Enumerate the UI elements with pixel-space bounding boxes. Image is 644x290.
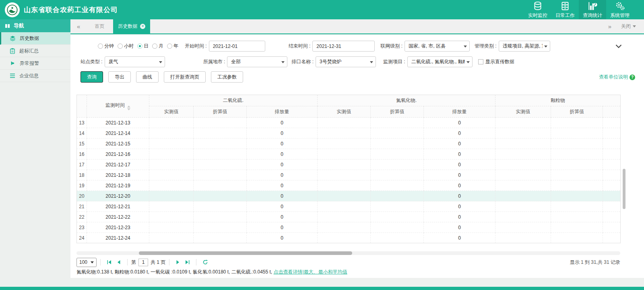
table-header: 监测时间 二氧化硫. 氮氧化物. 颗粒物 实测值 折算值 排放量 实测值 折算值… (77, 95, 621, 118)
open-new-query-button[interactable]: 打开新查询页 (164, 71, 206, 83)
start-time-input[interactable] (209, 41, 265, 52)
start-time-label: 开始时间 : (185, 43, 207, 50)
condition-params-button[interactable]: 工况参数 (211, 71, 243, 83)
nav-system-management[interactable]: 系统管理 (606, 0, 634, 20)
data-cell (495, 118, 551, 128)
data-cell (495, 170, 551, 180)
data-cell (551, 233, 603, 243)
table-row[interactable]: 152021-12-1500 (77, 139, 621, 149)
table-row[interactable]: 242021-12-2400 (77, 233, 621, 243)
table-row[interactable]: 222021-12-2200 (77, 212, 621, 222)
data-cell (603, 233, 621, 243)
sort-icon[interactable] (127, 106, 130, 110)
data-cell: 0 (247, 160, 318, 170)
monitor-time-header[interactable]: 监测时间 (87, 95, 149, 118)
export-button[interactable]: 导出 (108, 71, 131, 83)
monitor-items-select[interactable]: 二氧化硫., 氮氧化物., 颗粒 (407, 56, 473, 67)
prev-page-button[interactable] (114, 260, 124, 265)
close-menu-dropdown[interactable]: 关闭 (621, 23, 636, 30)
direct-data-checkbox[interactable] (478, 59, 483, 64)
data-cell (194, 222, 247, 233)
page-prefix: 第 (131, 259, 136, 266)
data-cell (194, 139, 247, 149)
radio-day[interactable]: 日 (137, 43, 149, 50)
data-cell: 0 (247, 233, 318, 243)
table-row[interactable]: 232021-12-2300 (77, 222, 621, 233)
tab-history-data[interactable]: 历史数据 ✕ (113, 19, 150, 33)
refresh-button[interactable] (200, 259, 211, 265)
data-cell (551, 128, 603, 139)
scroll-tabs-left-icon[interactable]: « (77, 23, 79, 30)
radio-hour[interactable]: 小时 (118, 43, 134, 50)
data-cell: 0 (424, 212, 495, 222)
detail-link[interactable]: 点击查看详情|最大、最小和平均值 (274, 269, 347, 275)
action-buttons: 查询 导出 曲线 打开新查询页 工况参数 (80, 71, 243, 83)
data-cell (194, 160, 247, 170)
table-row[interactable]: 132021-12-1300 (77, 118, 621, 128)
table-body: 132021-12-1300142021-12-1400152021-12-15… (77, 118, 621, 243)
data-cell (495, 128, 551, 139)
data-cell (603, 191, 621, 201)
radio-circle-icon (152, 44, 157, 49)
table-row[interactable]: 202021-12-2000 (77, 191, 621, 201)
sidebar-item-enterprise-info[interactable]: 企业信息 (0, 70, 70, 82)
data-cell: 0 (424, 191, 495, 201)
radio-year[interactable]: 年 (167, 43, 178, 50)
nav-label: 日常工作 (555, 12, 575, 19)
data-cell (149, 170, 194, 180)
nav-realtime-monitor[interactable]: 实时监控 (524, 0, 551, 20)
data-cell (149, 201, 194, 212)
sidebar-item-exceedance-summary[interactable]: 超标汇总 (0, 45, 70, 57)
radio-month[interactable]: 月 (152, 43, 163, 50)
page-number-input[interactable]: 1 (138, 259, 148, 266)
scroll-tabs-right-icon[interactable]: » (608, 23, 611, 30)
sidebar-item-label: 超标汇总 (19, 48, 39, 54)
next-page-button[interactable] (173, 260, 183, 265)
horizontal-scrollbar[interactable] (139, 251, 352, 255)
last-page-button[interactable] (183, 260, 192, 265)
curve-button[interactable]: 曲线 (136, 71, 159, 83)
site-type-select[interactable]: 废气 (105, 56, 165, 67)
nav-query-statistics[interactable]: 查询统计 (579, 0, 606, 20)
table-row[interactable]: 142021-12-1400 (77, 128, 621, 139)
monitor-date: 2021-12-19 (87, 180, 149, 191)
page-title: 山东省联合农药工业有限公司 (24, 5, 118, 14)
monitor-date: 2021-12-20 (87, 191, 149, 201)
data-cell (495, 212, 551, 222)
unit-description-link[interactable]: 查看单位说明 ? (599, 74, 635, 81)
row-number: 18 (77, 170, 87, 180)
table-row[interactable]: 172021-12-1700 (77, 160, 621, 170)
page-size-select[interactable]: 100 (76, 258, 97, 267)
table-row[interactable]: 212021-12-2100 (77, 201, 621, 212)
network-level-select[interactable]: 国家, 省, 市, 区县 (405, 41, 470, 52)
data-cell (551, 118, 603, 128)
mgmt-category-select[interactable]: 违规项目, 高架源, 重点排污 (499, 41, 550, 52)
data-cell: 0 (424, 118, 495, 128)
outlet-name-select[interactable]: 3号焚烧炉 (316, 56, 376, 67)
table-row[interactable]: 182021-12-1800 (77, 170, 621, 180)
first-page-button[interactable] (104, 260, 114, 265)
sidebar-item-abnormal-alarm[interactable]: 异常报警 (0, 57, 70, 70)
table-row[interactable]: 162021-12-1600 (77, 149, 621, 160)
end-time-input[interactable] (312, 41, 375, 52)
sidebar-item-history-data[interactable]: 历史数据 (0, 32, 70, 45)
data-cell (318, 139, 371, 149)
table-row[interactable]: 192021-12-1900 (77, 180, 621, 191)
data-cell (149, 128, 194, 139)
data-cell (149, 149, 194, 160)
city-select[interactable]: 全部 (227, 56, 287, 67)
tab-close-icon[interactable]: ✕ (140, 24, 145, 29)
data-cell: 0 (247, 139, 318, 149)
nav-daily-work[interactable]: 日常工作 (551, 0, 579, 20)
data-table: 监测时间 二氧化硫. 氮氧化物. 颗粒物 实测值 折算值 排放量 实测值 折算值… (76, 95, 621, 243)
tab-bar-right: » 关闭 (602, 23, 644, 30)
tab-home[interactable]: 首页 (95, 23, 104, 30)
collapse-filter-icon[interactable] (615, 44, 622, 50)
query-button[interactable]: 查询 (80, 71, 103, 83)
chevron-down-icon (159, 61, 162, 63)
vertical-scrollbar[interactable] (623, 169, 625, 209)
data-cell (318, 222, 371, 233)
data-cell (603, 128, 621, 139)
col-header-pm-measured: 实测值 (495, 106, 551, 118)
radio-minute[interactable]: 分钟 (98, 43, 114, 50)
